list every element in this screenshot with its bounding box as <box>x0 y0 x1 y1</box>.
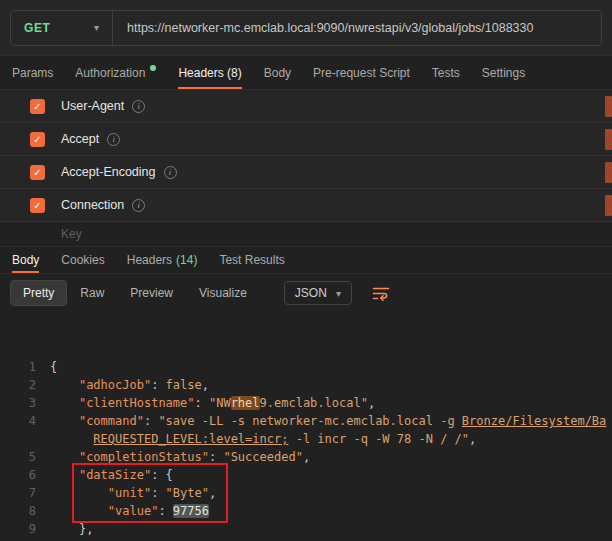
tab-tests[interactable]: Tests <box>432 56 460 89</box>
info-icon: i <box>132 199 145 212</box>
checkbox-checked[interactable]: ✓ <box>30 198 45 213</box>
tab-tests-label: Tests <box>432 66 460 80</box>
code-line-content: "command": "save -LL -s networker-mc.emc… <box>36 412 606 430</box>
method-label: GET <box>24 21 50 35</box>
code-token: "value" <box>108 504 159 518</box>
tab-settings-label: Settings <box>482 66 525 80</box>
tab-response-headers-label: Headers <box>127 253 172 267</box>
line-number: 7 <box>0 484 36 502</box>
code-token: "Byte" <box>166 486 209 500</box>
line-number: 2 <box>0 376 36 394</box>
code-token: "completionStatus" <box>79 450 209 464</box>
header-key-label: User-Agent <box>61 99 124 113</box>
preview-button[interactable]: Preview <box>117 280 186 306</box>
checkbox-checked[interactable]: ✓ <box>30 99 45 114</box>
header-row-connection: ✓ Connection i <box>0 189 612 222</box>
response-view-toolbar: Pretty Raw Preview Visualize JSON ▾ <box>0 274 612 312</box>
code-token: , <box>86 522 93 536</box>
code-line-content: "value": 97756 <box>36 502 209 520</box>
code-line: 4 "command": "save -LL -s networker-mc.e… <box>0 412 612 430</box>
info-icon: i <box>164 166 177 179</box>
visualize-button[interactable]: Visualize <box>186 280 260 306</box>
checkbox-checked[interactable]: ✓ <box>30 165 45 180</box>
line-number: 1 <box>0 358 36 376</box>
tab-cookies[interactable]: Cookies <box>61 247 104 273</box>
header-row-user-agent: ✓ User-Agent i <box>0 90 612 123</box>
header-key-cell[interactable]: Accept-Encoding i <box>61 165 177 179</box>
tab-params[interactable]: Params <box>12 56 53 89</box>
code-token: "command" <box>79 414 144 428</box>
tab-settings[interactable]: Settings <box>482 56 525 89</box>
code-token: "unit" <box>108 486 151 500</box>
code-line-content: "unit": "Byte", <box>36 484 216 502</box>
row-edge-marker <box>605 96 612 117</box>
tab-params-label: Params <box>12 66 53 80</box>
code-token: { <box>50 360 57 374</box>
tab-headers-label: Headers (8) <box>178 66 241 80</box>
tab-authorization[interactable]: Authorization <box>75 56 156 89</box>
tab-test-results[interactable]: Test Results <box>219 247 284 273</box>
code-line-content: "clientHostname": "NWrhel9.emclab.local"… <box>36 394 375 412</box>
header-key-label: Connection <box>61 198 124 212</box>
line-number <box>0 430 36 448</box>
header-row-new[interactable]: Key <box>0 222 612 247</box>
code-token: "dataSize" <box>79 468 151 482</box>
code-token: -l incr -q -W 78 -N / /" <box>288 432 469 446</box>
code-lines: 1{2 "adhocJob": false,3 "clientHostname"… <box>0 358 612 538</box>
code-token: REQUESTED_LEVEL:level=incr; <box>93 432 288 446</box>
tab-authorization-label: Authorization <box>75 66 145 80</box>
header-key-label: Accept <box>61 132 99 146</box>
key-placeholder: Key <box>61 227 82 241</box>
code-token: , <box>469 432 476 446</box>
line-number: 6 <box>0 466 36 484</box>
code-line: 7 "unit": "Byte", <box>0 484 612 502</box>
tab-cookies-label: Cookies <box>61 253 104 267</box>
pretty-button[interactable]: Pretty <box>10 280 67 306</box>
header-key-cell[interactable]: Accept i <box>61 132 120 146</box>
response-body-json[interactable]: 1{2 "adhocJob": false,3 "clientHostname"… <box>0 312 612 541</box>
header-key-cell[interactable]: User-Agent i <box>61 99 145 113</box>
code-token: 97756 <box>173 504 209 518</box>
checkbox-checked[interactable]: ✓ <box>30 132 45 147</box>
code-token <box>50 378 79 392</box>
code-line: 5 "completionStatus": "Succeeded", <box>0 448 612 466</box>
tab-body[interactable]: Body <box>264 56 291 89</box>
row-edge-marker <box>605 129 612 150</box>
format-label: JSON <box>295 286 327 300</box>
header-key-cell[interactable]: Connection i <box>61 198 145 212</box>
code-token: "adhocJob" <box>79 378 151 392</box>
tab-prerequest-script[interactable]: Pre-request Script <box>313 56 410 89</box>
tab-response-headers[interactable]: Headers (14) <box>127 247 198 273</box>
code-token: Bronze/Filesystem/Ba <box>462 414 607 428</box>
code-token: , <box>202 378 209 392</box>
code-token <box>50 468 79 482</box>
info-icon: i <box>132 100 145 113</box>
code-line-content: "completionStatus": "Succeeded", <box>36 448 310 466</box>
wrap-text-icon[interactable] <box>372 286 390 301</box>
url-container: GET ▾ https://networker-mc.emclab.local:… <box>10 10 602 46</box>
request-tabs: Params Authorization Headers (8) Body Pr… <box>0 56 612 90</box>
tab-response-body[interactable]: Body <box>12 247 39 273</box>
code-token: : <box>151 468 165 482</box>
url-input[interactable]: https://networker-mc.emclab.local:9090/n… <box>113 11 601 45</box>
code-line: 2 "adhocJob": false, <box>0 376 612 394</box>
chevron-down-icon: ▾ <box>94 22 99 33</box>
tab-test-results-label: Test Results <box>219 253 284 267</box>
method-dropdown[interactable]: GET ▾ <box>11 11 113 45</box>
tab-response-body-label: Body <box>12 253 39 267</box>
code-line: REQUESTED_LEVEL:level=incr; -l incr -q -… <box>0 430 612 448</box>
code-line: 1{ <box>0 358 612 376</box>
tab-prerequest-label: Pre-request Script <box>313 66 410 80</box>
code-token: "NW <box>209 396 231 410</box>
code-line: 9 }, <box>0 520 612 538</box>
tab-body-label: Body <box>264 66 291 80</box>
code-token: : <box>144 414 158 428</box>
code-token <box>50 486 108 500</box>
format-dropdown[interactable]: JSON ▾ <box>284 281 352 305</box>
info-icon: i <box>107 133 120 146</box>
code-token: "clientHostname" <box>79 396 195 410</box>
raw-button[interactable]: Raw <box>67 280 117 306</box>
tab-headers[interactable]: Headers (8) <box>178 56 241 89</box>
row-edge-marker <box>605 195 612 216</box>
code-line-content: REQUESTED_LEVEL:level=incr; -l incr -q -… <box>36 430 476 448</box>
